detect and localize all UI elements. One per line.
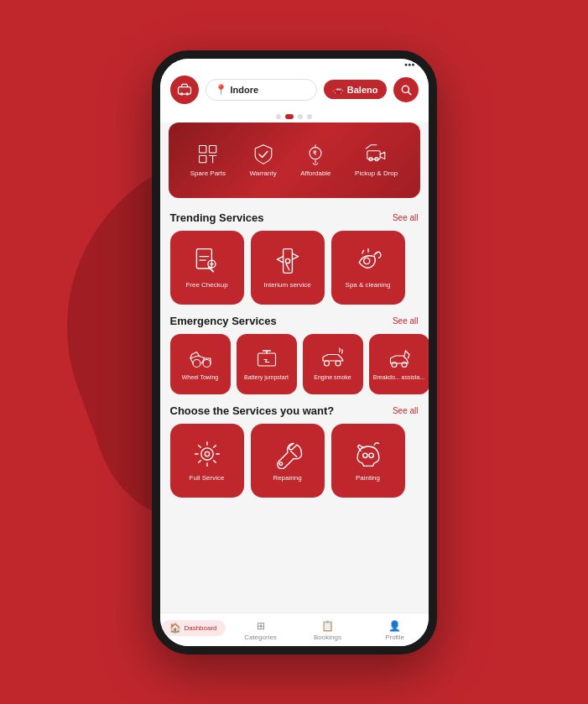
emergency-label-engine: Engine smoke: [314, 374, 351, 381]
svg-rect-13: [196, 248, 211, 268]
svg-rect-0: [178, 86, 190, 93]
dot-1[interactable]: [276, 114, 281, 119]
dot-4[interactable]: [307, 114, 312, 119]
scroll-content: Trending Services See all Free Check: [160, 198, 429, 613]
location-pin-icon: 📍: [215, 84, 227, 96]
service-card-painting[interactable]: Painting: [331, 424, 405, 498]
trending-services-see-all[interactable]: See all: [393, 213, 419, 222]
svg-point-2: [185, 92, 188, 95]
choose-services-see-all[interactable]: See all: [393, 406, 419, 415]
emergency-label-battery: Battery jumpstart: [244, 374, 289, 381]
svg-point-22: [336, 361, 341, 366]
svg-point-28: [362, 453, 367, 457]
svg-point-17: [363, 258, 369, 263]
banner-warranty-label: Warranty: [250, 169, 277, 177]
banner-item-affordable: ₹ Affordable: [300, 143, 330, 177]
calendar-icon: 📋: [321, 620, 334, 632]
banner-item-spare-parts: Spare Parts: [190, 143, 226, 177]
service-card-repairing[interactable]: Repairing: [251, 424, 325, 498]
svg-point-18: [193, 360, 200, 368]
nav-label-categories: Categories: [244, 634, 277, 641]
dot-3[interactable]: [298, 114, 303, 119]
svg-rect-15: [283, 248, 292, 273]
app-logo: [170, 76, 199, 104]
trending-services-title: Trending Services: [170, 211, 264, 224]
car-icon: 🚗: [332, 84, 344, 95]
svg-point-27: [279, 462, 283, 466]
service-label-full-service: Full Service: [190, 474, 225, 482]
nav-label-dashboard: Dashboard: [184, 624, 216, 632]
emergency-services-section: Emergency Services See all Wheel Tow: [160, 308, 429, 398]
banner-affordable-label: Affordable: [300, 169, 330, 177]
banner-pickup-drop-label: Pickup & Drop: [355, 169, 398, 177]
search-button[interactable]: [393, 77, 419, 102]
svg-point-23: [392, 362, 397, 368]
emergency-services-title: Emergency Services: [170, 315, 277, 327]
nav-item-dashboard[interactable]: 🏠 Dashboard: [160, 620, 227, 641]
service-label-spa: Spa & cleaning: [346, 281, 391, 289]
emergency-card-wheel-towing[interactable]: Wheel Towing: [170, 334, 231, 394]
service-label-free-checkup: Free Checkup: [185, 281, 227, 289]
nav-item-profile[interactable]: 👤 Profile: [362, 620, 429, 641]
svg-point-16: [285, 258, 289, 263]
trending-services-section: Trending Services See all Free Check: [160, 205, 429, 308]
svg-rect-6: [199, 155, 206, 162]
svg-point-26: [205, 451, 209, 456]
choose-services-row: Full Service Repairing: [170, 424, 419, 498]
service-card-spa[interactable]: Spa & cleaning: [331, 231, 405, 305]
emergency-label-wheel-towing: Wheel Towing: [182, 374, 218, 381]
nav-item-categories[interactable]: ⊞ Categories: [227, 620, 294, 641]
dot-2[interactable]: [285, 114, 294, 119]
trending-services-row: Free Checkup Interium service: [170, 231, 419, 305]
emergency-services-see-all[interactable]: See all: [393, 316, 419, 326]
banner-item-warranty: Warranty: [250, 143, 277, 177]
svg-rect-5: [199, 146, 206, 153]
svg-line-4: [408, 91, 410, 94]
emergency-card-breakdown[interactable]: Breakdo... assista...: [369, 334, 429, 394]
status-bar: ●●●: [160, 59, 429, 70]
grid-icon: ⊞: [257, 620, 265, 632]
car-selector[interactable]: 🚗 Baleno: [324, 80, 387, 99]
choose-services-section: Choose the Services you want? See all Fu…: [160, 398, 429, 501]
emergency-label-breakdown: Breakdo... assista...: [373, 374, 424, 381]
svg-point-24: [402, 362, 407, 368]
choose-services-title: Choose the Services you want?: [170, 404, 335, 417]
svg-point-21: [324, 361, 329, 366]
car-label: Baleno: [347, 85, 378, 95]
svg-text:₹: ₹: [314, 150, 318, 156]
service-card-interim[interactable]: Interium service: [251, 231, 325, 305]
bottom-nav: 🏠 Dashboard ⊞ Categories 📋 Bookings 👤 Pr…: [160, 613, 429, 646]
svg-point-29: [368, 453, 372, 457]
nav-item-bookings[interactable]: 📋 Bookings: [294, 620, 362, 641]
user-icon: 👤: [388, 620, 401, 632]
promo-banner: Spare Parts Warranty ₹ Affordable: [169, 123, 420, 198]
emergency-card-battery[interactable]: Battery jumpstart: [237, 334, 297, 394]
svg-point-19: [203, 360, 211, 368]
header: 📍 Indore 🚗 Baleno: [160, 70, 429, 111]
service-label-interim: Interium service: [263, 281, 310, 289]
svg-point-25: [200, 448, 212, 460]
nav-label-profile: Profile: [385, 634, 404, 641]
nav-label-bookings: Bookings: [314, 634, 341, 641]
service-card-full-service[interactable]: Full Service: [170, 424, 244, 498]
service-card-free-checkup[interactable]: Free Checkup: [170, 231, 244, 305]
svg-point-1: [180, 92, 183, 95]
location-selector[interactable]: 📍 Indore: [206, 79, 317, 101]
emergency-services-row: Wheel Towing Battery jumpstart: [170, 334, 419, 394]
location-text: Indore: [231, 85, 259, 95]
svg-rect-7: [209, 146, 216, 153]
phone-shell: ●●● 📍 Indore 🚗 Baleno: [152, 50, 437, 654]
banner-spare-parts-label: Spare Parts: [190, 169, 226, 177]
carousel-dots: [160, 111, 429, 123]
service-label-painting: Painting: [356, 474, 380, 482]
choose-services-header: Choose the Services you want? See all: [170, 404, 419, 417]
home-icon: 🏠: [169, 623, 181, 634]
emergency-services-header: Emergency Services See all: [170, 315, 419, 327]
trending-services-header: Trending Services See all: [170, 211, 419, 224]
banner-item-pickup-drop: Pickup & Drop: [355, 143, 398, 177]
emergency-card-engine[interactable]: Engine smoke: [303, 334, 363, 394]
service-label-repairing: Repairing: [273, 474, 301, 482]
